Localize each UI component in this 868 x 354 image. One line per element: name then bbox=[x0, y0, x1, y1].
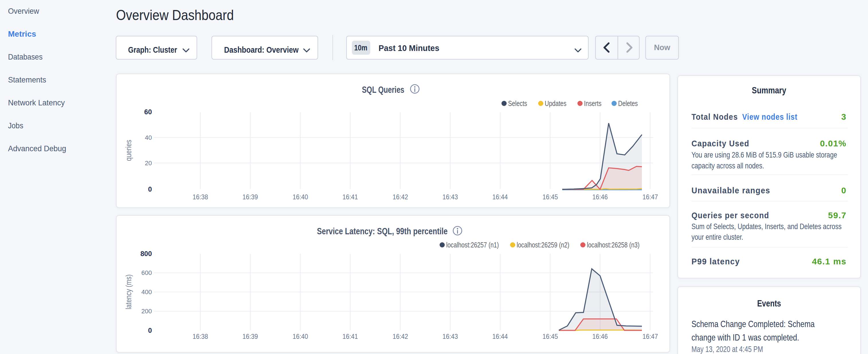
svg-text:200: 200 bbox=[141, 308, 152, 315]
svg-text:16:45: 16:45 bbox=[542, 193, 558, 201]
svg-text:queries: queries bbox=[124, 140, 133, 161]
svg-text:16:41: 16:41 bbox=[342, 193, 358, 201]
svg-text:16:43: 16:43 bbox=[442, 193, 458, 201]
svg-text:16:43: 16:43 bbox=[442, 332, 458, 340]
svg-text:16:46: 16:46 bbox=[592, 332, 608, 340]
svg-text:16:38: 16:38 bbox=[192, 193, 208, 201]
svg-text:600: 600 bbox=[141, 269, 152, 277]
svg-text:16:47: 16:47 bbox=[643, 332, 658, 340]
svg-text:400: 400 bbox=[141, 288, 152, 296]
svg-text:16:42: 16:42 bbox=[393, 332, 408, 340]
svg-text:40: 40 bbox=[145, 134, 152, 141]
svg-text:16:39: 16:39 bbox=[242, 193, 258, 201]
svg-text:60: 60 bbox=[144, 108, 152, 116]
svg-text:800: 800 bbox=[141, 250, 152, 257]
svg-text:0: 0 bbox=[148, 326, 152, 334]
svg-text:20: 20 bbox=[145, 160, 152, 167]
svg-text:16:44: 16:44 bbox=[492, 332, 508, 340]
svg-text:16:39: 16:39 bbox=[242, 332, 258, 340]
svg-text:16:41: 16:41 bbox=[342, 332, 358, 340]
svg-text:16:45: 16:45 bbox=[542, 332, 558, 340]
svg-text:16:47: 16:47 bbox=[643, 193, 658, 201]
svg-text:16:40: 16:40 bbox=[292, 193, 308, 201]
svg-text:latency (ms): latency (ms) bbox=[124, 275, 133, 309]
svg-text:16:44: 16:44 bbox=[492, 193, 508, 201]
svg-text:16:40: 16:40 bbox=[292, 332, 308, 340]
svg-text:16:46: 16:46 bbox=[592, 193, 608, 201]
svg-text:16:42: 16:42 bbox=[393, 193, 408, 201]
svg-text:16:38: 16:38 bbox=[192, 332, 208, 340]
svg-text:0: 0 bbox=[148, 185, 152, 193]
